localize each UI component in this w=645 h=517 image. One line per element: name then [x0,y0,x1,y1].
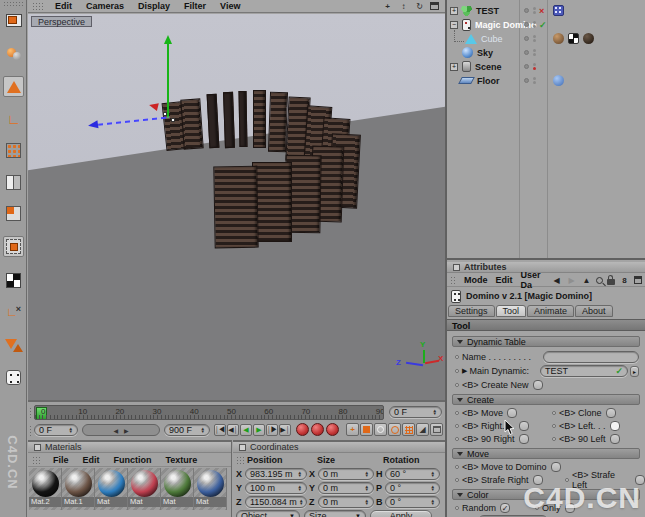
viewport-canvas[interactable]: Perspective Y Z X [28,14,445,400]
attributes-menu-edit[interactable]: Edit [492,275,517,285]
param-dot[interactable] [455,355,459,359]
btn-move[interactable] [507,408,517,418]
key-pla-button[interactable] [402,423,415,436]
play-backward-button[interactable]: ◀ [240,424,252,436]
materials-titlebar[interactable]: Materials [28,442,231,453]
material-sphere[interactable] [32,470,59,497]
parent-up-icon[interactable]: ▲ [581,275,592,286]
menu-edit[interactable]: Edit [48,1,79,11]
dice-icon[interactable] [3,367,24,388]
axis-mode-icon[interactable]: ∟ [3,108,24,129]
object-row-cube[interactable]: Cube [447,32,645,45]
record-keyframe-button[interactable] [296,423,309,436]
object-axis-icon[interactable]: ∟× [3,301,24,322]
history-forward-icon[interactable]: ▶ [566,275,577,286]
gizmo-origin-handle2[interactable] [171,118,175,122]
group-create[interactable]: Create [452,394,640,405]
pos-y-field[interactable]: 100 m▲▼ [245,482,307,494]
material-item[interactable]: Mat [128,468,161,510]
group-dynamic-table[interactable]: Dynamic Table [452,336,640,347]
main-dynamic-field[interactable]: TEST✓ [540,365,628,377]
camera-label[interactable]: Perspective [31,16,92,27]
materials-menu-texture[interactable]: Texture [159,455,205,465]
timeline-window-button[interactable] [430,423,443,436]
gizmo-origin-handle[interactable] [163,112,167,116]
start-frame-field[interactable]: 0 F▲▼ [34,424,78,436]
toolbar-grip[interactable] [3,1,23,8]
link-picker-button[interactable]: ▸ [630,366,639,377]
uv-checker-icon[interactable] [3,270,24,291]
prev-key-button[interactable]: ◀⏐ [227,424,239,436]
material-item[interactable]: Mat.1 [62,468,95,510]
transport-grip[interactable] [29,425,33,438]
rot-b-field[interactable]: 0 °▲▼ [385,496,440,508]
material-sphere[interactable] [98,470,125,497]
expand-toggle[interactable]: + [450,7,458,15]
enable-state-x[interactable]: × [539,6,544,16]
material-sphere[interactable] [197,470,224,497]
rot-h-field[interactable]: 60 °▲▼ [385,468,440,480]
object-mode-dropdown[interactable]: Object▼ [236,510,300,517]
fcurve-button[interactable]: ◢ [416,423,429,436]
object-row-sky[interactable]: Sky [447,46,645,59]
material-tag-brown-icon[interactable] [553,33,564,44]
btn-left[interactable] [610,421,620,431]
record-selection-button[interactable] [326,423,339,436]
object-label[interactable]: Sky [477,48,493,58]
attributes-menu-mode[interactable]: Mode [460,275,492,285]
material-tag-blue-icon[interactable] [553,75,564,86]
play-forward-button[interactable]: ▶ [253,424,265,436]
history-back-icon[interactable]: ◀ [551,275,562,286]
texture-mode-icon[interactable] [3,203,24,224]
object-label[interactable]: Floor [477,76,500,86]
tab-about[interactable]: About [575,305,613,317]
btn-clone[interactable] [606,408,616,418]
btn-right[interactable] [519,421,529,431]
material-sphere[interactable] [164,470,191,497]
tab-settings[interactable]: Settings [448,305,495,317]
search-icon[interactable] [596,277,603,284]
autokey-button[interactable] [311,423,324,436]
timeline-ruler[interactable]: 0102030405060708090 [34,405,384,420]
btn-90-left[interactable] [610,434,620,444]
group-move[interactable]: Move [452,448,640,459]
zoom-icon[interactable]: ↕ [398,1,409,12]
apply-button[interactable]: Apply [370,510,432,517]
size-y-field[interactable]: 0 m▲▼ [318,482,374,494]
expand-toggle[interactable]: + [450,63,458,71]
start-frame-spinner[interactable]: ▲▼ [67,427,73,433]
object-label[interactable]: Scene [475,62,502,72]
xpresso-tag-icon[interactable] [553,5,564,16]
attributes-menu-userdata[interactable]: User Da [517,270,552,290]
key-scale-button[interactable] [360,423,373,436]
coordinates-titlebar[interactable]: Coordinates [233,442,445,453]
end-frame-field[interactable]: 900 F▲▼ [164,424,210,436]
material-item[interactable]: Mat.2 [29,468,62,510]
key-position-button[interactable]: + [346,423,359,436]
pos-z-field[interactable]: 1150.084 m▲▼ [245,496,307,508]
collapse-toggle[interactable]: − [450,21,458,29]
materials-menu-edit[interactable]: Edit [76,455,107,465]
material-item[interactable]: Mat [95,468,128,510]
goto-end-button[interactable]: ▶⏐ [279,424,291,436]
material-item[interactable]: Mat [161,468,194,510]
material-tag-dark-icon[interactable] [583,33,594,44]
material-item[interactable]: Mat [194,468,227,510]
materials-menu-function[interactable]: Function [107,455,159,465]
maximize-icon[interactable] [430,2,439,10]
tab-animate[interactable]: Animate [527,305,574,317]
edges-mode-icon[interactable] [3,140,24,161]
object-row-floor[interactable]: Floor [447,74,645,87]
param-dot[interactable] [455,369,459,373]
kinematics-icon[interactable] [3,333,24,354]
timeline-scrollbar[interactable]: ◀▶ [82,424,160,436]
model-spheres-icon[interactable] [3,42,24,63]
size-x-field[interactable]: 0 m▲▼ [318,468,374,480]
polygons-mode-icon[interactable] [3,172,24,193]
object-row-magic-domino[interactable]: − Magic Domino ✓ [447,18,645,31]
menu-view[interactable]: View [213,1,247,11]
texture-axis-mode-icon[interactable] [3,236,24,257]
materials-menu-grip[interactable] [32,456,42,464]
end-frame-spinner[interactable]: ▲▼ [199,427,205,433]
btn-move-to-domino[interactable] [551,462,561,472]
